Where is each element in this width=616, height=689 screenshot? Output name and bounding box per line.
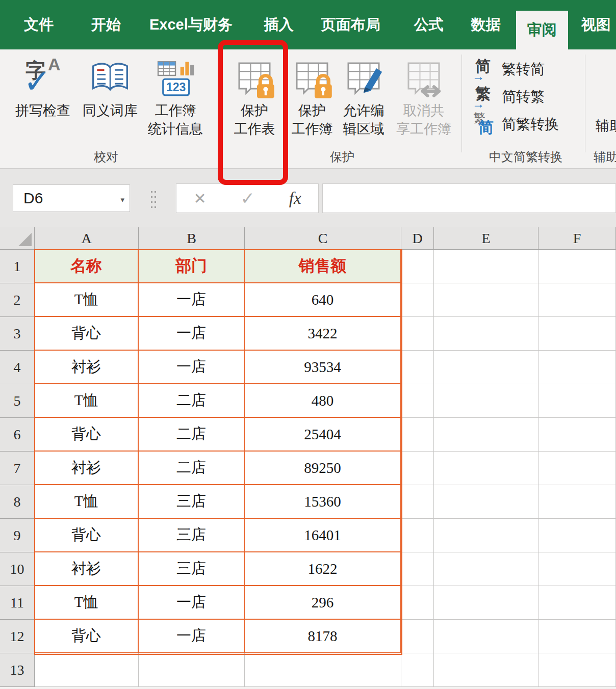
- row-header-8[interactable]: 8: [0, 485, 35, 519]
- cell-F5[interactable]: [538, 384, 616, 418]
- row-header-6[interactable]: 6: [0, 418, 35, 452]
- cell-B1[interactable]: 部门: [139, 250, 245, 283]
- tab-home[interactable]: 开始: [80, 0, 132, 49]
- cell-C5[interactable]: 480: [245, 384, 401, 418]
- trad-to-simp-button[interactable]: 简→ 繁转简: [473, 57, 545, 82]
- row-header-13[interactable]: 13: [0, 653, 35, 687]
- cell-B3[interactable]: 一店: [139, 317, 245, 351]
- cell-E2[interactable]: [434, 283, 538, 317]
- select-all-corner[interactable]: [0, 227, 35, 250]
- cell-D10[interactable]: [401, 552, 434, 586]
- cell-F8[interactable]: [538, 485, 616, 519]
- cell-F3[interactable]: [538, 317, 616, 351]
- row-header-9[interactable]: 9: [0, 519, 35, 552]
- row-header-1[interactable]: 1: [0, 250, 35, 283]
- cell-E4[interactable]: [434, 351, 538, 384]
- tab-formulas[interactable]: 公式: [403, 0, 455, 49]
- cell-A11[interactable]: T恤: [35, 586, 139, 620]
- protect-workbook-button[interactable]: 保护 工作簿: [287, 55, 338, 138]
- row-header-2[interactable]: 2: [0, 283, 35, 317]
- cell-B13[interactable]: [139, 653, 245, 687]
- cell-F12[interactable]: [538, 620, 616, 653]
- cell-E3[interactable]: [434, 317, 538, 351]
- row-header-12[interactable]: 12: [0, 620, 35, 653]
- cell-C7[interactable]: 89250: [245, 452, 401, 485]
- cell-C8[interactable]: 15360: [245, 485, 401, 519]
- spell-check-button[interactable]: 字 A ✓ 拼写检查: [9, 55, 76, 120]
- cell-B8[interactable]: 三店: [139, 485, 245, 519]
- cell-A10[interactable]: 衬衫: [35, 552, 139, 586]
- enter-icon[interactable]: ✓: [240, 188, 255, 208]
- simp-to-trad-button[interactable]: 繁→ 简转繁: [473, 85, 545, 109]
- cell-E13[interactable]: [434, 653, 538, 687]
- cell-A2[interactable]: T恤: [35, 283, 139, 317]
- cell-C11[interactable]: 296: [245, 586, 401, 620]
- workbook-stats-button[interactable]: 123 工作簿 统计信息: [144, 55, 207, 138]
- cell-A5[interactable]: T恤: [35, 384, 139, 418]
- cell-B12[interactable]: 一店: [139, 620, 245, 653]
- name-box[interactable]: D6 ▾: [13, 184, 130, 212]
- cell-A9[interactable]: 背心: [35, 519, 139, 552]
- cell-D4[interactable]: [401, 351, 434, 384]
- tab-file[interactable]: 文件: [13, 0, 65, 49]
- cell-B6[interactable]: 二店: [139, 418, 245, 452]
- row-header-11[interactable]: 11: [0, 586, 35, 620]
- cell-D5[interactable]: [401, 384, 434, 418]
- cell-E8[interactable]: [434, 485, 538, 519]
- cell-D2[interactable]: [401, 283, 434, 317]
- cell-A3[interactable]: 背心: [35, 317, 139, 351]
- cell-F9[interactable]: [538, 519, 616, 552]
- cell-D11[interactable]: [401, 586, 434, 620]
- row-header-5[interactable]: 5: [0, 384, 35, 418]
- cell-A12[interactable]: 背心: [35, 620, 139, 653]
- row-header-4[interactable]: 4: [0, 351, 35, 384]
- cell-F13[interactable]: [538, 653, 616, 687]
- column-header-F[interactable]: F: [538, 227, 616, 250]
- protect-sheet-button[interactable]: 保护 工作表: [223, 55, 286, 138]
- convert-button[interactable]: 繁简 简繁转换: [473, 112, 559, 137]
- cell-F6[interactable]: [538, 418, 616, 452]
- column-header-B[interactable]: B: [139, 227, 245, 250]
- column-header-A[interactable]: A: [35, 227, 139, 250]
- cancel-icon[interactable]: ✕: [193, 190, 206, 207]
- cell-F1[interactable]: [538, 250, 616, 283]
- cell-D1[interactable]: [401, 250, 434, 283]
- tab-page-layout[interactable]: 页面布局: [310, 0, 392, 49]
- cell-C9[interactable]: 16401: [245, 519, 401, 552]
- cell-C2[interactable]: 640: [245, 283, 401, 317]
- cell-C13[interactable]: [245, 653, 401, 687]
- tab-data[interactable]: 数据: [460, 0, 512, 49]
- cell-E12[interactable]: [434, 620, 538, 653]
- cell-D12[interactable]: [401, 620, 434, 653]
- cell-F7[interactable]: [538, 452, 616, 485]
- tab-view[interactable]: 视图: [573, 0, 616, 49]
- cell-E1[interactable]: [434, 250, 538, 283]
- cell-B10[interactable]: 三店: [139, 552, 245, 586]
- cell-C1[interactable]: 销售额: [245, 250, 401, 283]
- cell-A13[interactable]: [35, 653, 139, 687]
- cell-E11[interactable]: [434, 586, 538, 620]
- column-header-D[interactable]: D: [401, 227, 434, 250]
- cell-D3[interactable]: [401, 317, 434, 351]
- column-header-C[interactable]: C: [245, 227, 401, 250]
- cell-B7[interactable]: 二店: [139, 452, 245, 485]
- cell-A7[interactable]: 衬衫: [35, 452, 139, 485]
- row-header-7[interactable]: 7: [0, 452, 35, 485]
- cell-A6[interactable]: 背心: [35, 418, 139, 452]
- cell-C10[interactable]: 1622: [245, 552, 401, 586]
- cell-C4[interactable]: 93534: [245, 351, 401, 384]
- cell-A8[interactable]: T恤: [35, 485, 139, 519]
- accessibility-button[interactable]: 辅助: [596, 117, 616, 135]
- row-header-10[interactable]: 10: [0, 552, 35, 586]
- cell-A1[interactable]: 名称: [35, 250, 139, 283]
- cell-D7[interactable]: [401, 452, 434, 485]
- cell-C12[interactable]: 8178: [245, 620, 401, 653]
- thesaurus-button[interactable]: 同义词库: [78, 55, 143, 120]
- tab-insert[interactable]: 插入: [253, 0, 305, 49]
- cell-F2[interactable]: [538, 283, 616, 317]
- cell-D8[interactable]: [401, 485, 434, 519]
- tab-review[interactable]: 审阅: [516, 11, 568, 49]
- cell-C3[interactable]: 3422: [245, 317, 401, 351]
- cell-B5[interactable]: 二店: [139, 384, 245, 418]
- cell-F11[interactable]: [538, 586, 616, 620]
